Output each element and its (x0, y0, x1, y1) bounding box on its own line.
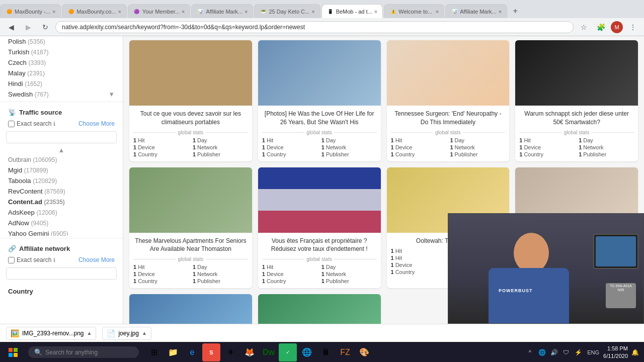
tab-label-7: Welcome to... (398, 9, 434, 15)
lang-count: (5356) (28, 38, 45, 45)
reload-button[interactable]: ↻ (38, 20, 52, 34)
affiliate-exact-search-checkbox[interactable]: Exact search ℹ (8, 256, 55, 263)
lang-name: Swedish (767) (8, 90, 49, 98)
source-adnow[interactable]: AdNow (9405) (0, 218, 123, 228)
affiliate-choose-more[interactable]: Choose More (78, 256, 115, 263)
traffic-source-icon: 📡 (8, 108, 16, 116)
source-yahoo-gemini[interactable]: Yahoo Gemini (6905) (0, 228, 123, 236)
windows-icon (9, 348, 18, 357)
lang-polish[interactable]: Polish (5356) (0, 36, 123, 47)
lang-turkish[interactable]: Turkish (4187) (0, 47, 123, 57)
exact-search-input[interactable] (8, 121, 15, 127)
taskbar-app1[interactable]: ✓ (279, 343, 297, 361)
source-taboola[interactable]: Taboola (120829) (0, 175, 123, 186)
lang-czech[interactable]: Czech (3393) (0, 57, 123, 68)
taskbar-chrome[interactable]: 🌐 (298, 343, 316, 361)
tab-member[interactable]: 🟣 Your Member... × (128, 4, 191, 18)
taskbar-filezilla[interactable]: FZ (336, 343, 354, 361)
svg-rect-2 (9, 353, 13, 357)
ad-card-10[interactable] (258, 294, 381, 324)
tray-time[interactable]: 1:58 PM 6/11/2020 (603, 345, 628, 359)
tab-close-2[interactable]: × (118, 9, 121, 15)
taskbar-s480[interactable]: S (202, 343, 220, 361)
tray-antivirus1[interactable]: 🛡 (561, 347, 571, 357)
affiliate-search-input[interactable] (6, 267, 117, 280)
back-button[interactable]: ◀ (4, 20, 18, 34)
tab-close-6[interactable]: × (374, 9, 377, 15)
taskbar-telegram[interactable]: ✈ (221, 343, 239, 361)
traffic-search-input[interactable] (6, 131, 117, 143)
affiliate-exact-search-input[interactable] (8, 257, 15, 263)
taskbar-calculator[interactable]: 🖩 (317, 343, 335, 361)
scroll-up-arrow[interactable]: ▲ (58, 146, 65, 154)
download-item-1[interactable]: 🖼️ IMG_2393-remov...png ▲ (6, 327, 96, 340)
tab-favicon-4: 📊 (197, 8, 204, 15)
global-stats-1: global stats (133, 130, 248, 135)
lang-swedish[interactable]: Swedish (767) ▼ (0, 89, 123, 100)
tab-favicon-3: 🟣 (133, 8, 140, 15)
ad-image-6 (258, 167, 381, 233)
affiliate-network-label: Affiliate network (19, 245, 70, 252)
tab-bemob[interactable]: 📱 BeMob - ad t... × (321, 4, 383, 18)
tab-welcome[interactable]: ⚠️ Welcome to... × (384, 4, 444, 18)
address-bar[interactable]: native.adplexity.com/search/keyword?from… (55, 21, 574, 33)
download-chevron-1[interactable]: ▲ (87, 330, 92, 336)
ad-card-1[interactable]: Tout ce que vous devez savoir sur les cl… (129, 40, 252, 161)
source-adskeep[interactable]: AdsKeep (12006) (0, 207, 123, 218)
download-filename-2: joey.jpg (118, 330, 138, 337)
source-revcontent[interactable]: RevContent (87569) (0, 186, 123, 197)
ad-card-3[interactable]: Tennessee Surgeon: 'End' Neuropathy - Do… (387, 40, 510, 161)
bookmark-button[interactable]: ☆ (577, 20, 591, 34)
tab-close-5[interactable]: × (311, 9, 314, 15)
ad-card-5[interactable]: These Marvelous Apartments For Seniors A… (129, 167, 252, 289)
exact-search-checkbox[interactable]: Exact search ℹ (8, 120, 55, 127)
tab-affiliate2[interactable]: 📊 Affiliate Mark... × (445, 4, 507, 18)
tab-close-1[interactable]: × (52, 9, 55, 15)
tab-maxbounty2[interactable]: 🟠 MaxBounty.co... × (62, 4, 127, 18)
tab-maxbounty1[interactable]: 🟠 MaxBounty -... × (0, 4, 61, 18)
download-icon-1: 🖼️ (11, 329, 19, 337)
language-list: Polish (5356) Turkish (4187) Czech (3393… (0, 36, 123, 100)
taskbar-edge[interactable]: e (183, 343, 201, 361)
tab-close-3[interactable]: × (182, 9, 185, 15)
menu-button[interactable]: ⋮ (626, 20, 640, 34)
svg-rect-0 (9, 348, 13, 352)
source-contentad[interactable]: Content.ad (23535) (0, 197, 123, 207)
ad-card-2[interactable]: [Photos] He Was the Love Of Her Life for… (258, 40, 381, 161)
divider-2 (0, 238, 123, 238)
ad-card-6[interactable]: Vous êtes Français et propriétaire ? Réd… (258, 167, 381, 289)
global-stats-2: global stats (262, 130, 377, 135)
tab-keto[interactable]: 🥗 25 Day Keto C... × (254, 4, 320, 18)
extensions-button[interactable]: 🧩 (594, 20, 608, 34)
download-item-2[interactable]: 📄 joey.jpg ▲ (102, 327, 151, 340)
tab-close-7[interactable]: × (436, 9, 439, 15)
taskbar-search-input[interactable] (45, 349, 133, 356)
tab-close-4[interactable]: × (245, 9, 248, 15)
source-mgid[interactable]: Mgid (170899) (0, 165, 123, 175)
taskbar-paint[interactable]: 🎨 (355, 343, 373, 361)
taskbar-firefox[interactable]: 🦊 (240, 343, 259, 361)
tray-antivirus2[interactable]: ⚡ (573, 347, 583, 357)
lang-hindi[interactable]: Hindi (1652) (0, 78, 123, 89)
tray-network[interactable]: 🌐 (537, 347, 547, 357)
taskbar-cortana[interactable]: ⊞ (145, 343, 163, 361)
language-scroll-down[interactable]: ▼ (108, 90, 115, 98)
taskbar-search[interactable]: 🔍 (28, 346, 139, 358)
ad-card-4[interactable]: Warum schnappt sich jeder diese unter 50… (515, 40, 638, 161)
tab-close-8[interactable]: × (499, 9, 502, 15)
taskbar-dreamweaver[interactable]: Dw (260, 343, 278, 361)
traffic-choose-more[interactable]: Choose More (78, 120, 115, 127)
download-chevron-2[interactable]: ▲ (142, 330, 147, 336)
profile-button[interactable]: M (611, 21, 623, 33)
tray-volume[interactable]: 🔊 (549, 347, 559, 357)
taskbar-fileexplorer[interactable]: 📁 (164, 343, 182, 361)
tab-affiliate1[interactable]: 📊 Affiliate Mark... × (191, 4, 253, 18)
forward-button[interactable]: ▶ (21, 20, 35, 34)
new-tab-button[interactable]: + (508, 4, 522, 18)
source-outbrain[interactable]: Outbrain (106095) (0, 155, 123, 165)
start-button[interactable] (4, 343, 22, 361)
tray-notification[interactable]: 🔔 (630, 347, 640, 357)
lang-malay[interactable]: Malay (2391) (0, 68, 123, 78)
ad-card-9[interactable] (129, 294, 252, 324)
tray-chevron[interactable]: ^ (525, 347, 535, 357)
